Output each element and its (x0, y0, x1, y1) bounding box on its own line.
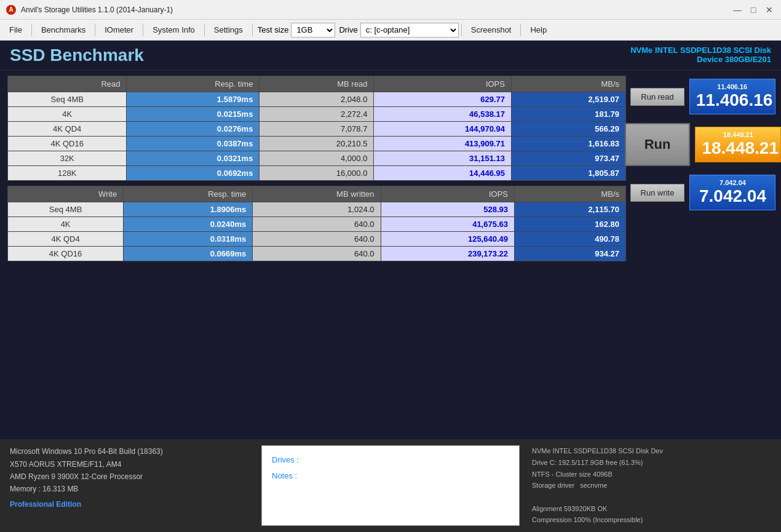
run-read-button[interactable]: Run read (630, 88, 684, 106)
test-size-group: Test size 1GB 512MB 2GB 4GB (258, 23, 336, 38)
total-score-box: 18.448.21 18.448.21 (695, 127, 781, 162)
resp-time: 0.0669ms (124, 247, 253, 261)
drives-label: Drives : (272, 452, 509, 468)
drive-select[interactable]: c: [c-optane] (360, 23, 459, 38)
drive-detail-5 (532, 491, 771, 503)
col-mb-written: MB written (253, 186, 381, 202)
drive-info: NVMe INTEL SSDPEL1D38 SCSI DiskDevice 38… (630, 46, 771, 64)
sys-info-line-1: Microsoft Windows 10 Pro 64-Bit Build (1… (10, 445, 249, 458)
col-resp-time: Resp. time (127, 76, 260, 92)
maximize-button[interactable]: □ (748, 4, 759, 15)
menu-separator (461, 24, 462, 36)
mb-val: 4,000.0 (260, 151, 374, 166)
app-title: Anvil's Storage Utilities 1.1.0 (2014-Ja… (21, 6, 732, 14)
drive-detail-7: Compression 100% (Incompressible) (532, 514, 771, 526)
resp-time: 0.0692ms (127, 166, 260, 181)
row-label: Seq 4MB (8, 92, 127, 107)
resp-time: 0.0318ms (124, 232, 253, 247)
row-label: 32K (8, 151, 127, 166)
menu-benchmarks[interactable]: Benchmarks (34, 22, 92, 38)
write-table: Write Resp. time MB written IOPS MB/s Se… (7, 186, 626, 261)
read-score-value: 11.406.16 (696, 90, 769, 110)
mb-val: 640.0 (253, 232, 381, 247)
iops-val: 144,970.94 (374, 122, 512, 137)
col-write: Write (8, 186, 124, 202)
col-mb-read: MB read (260, 76, 374, 92)
mbs-val: 973.47 (511, 151, 625, 166)
drive-label: Drive (339, 25, 357, 34)
minimize-button[interactable]: — (732, 4, 743, 15)
write-score-value: 7.042.04 (696, 186, 769, 206)
row-label: 4K (8, 217, 124, 232)
iops-val: 31,151.13 (374, 151, 512, 166)
menu-help[interactable]: Help (523, 22, 553, 38)
read-table-row: 32K 0.0321ms 4,000.0 31,151.13 973.47 (8, 151, 626, 166)
read-table-row: Seq 4MB 1.5879ms 2,048.0 629.77 2,519.07 (8, 92, 626, 107)
iops-val: 14,446.95 (374, 166, 512, 181)
mbs-val: 2,519.07 (511, 92, 625, 107)
drive-detail-4: Storage driver secnvme (532, 480, 771, 491)
edition-label: Professional Edition (10, 498, 249, 510)
read-table-row: 4K QD4 0.0276ms 7,078.7 144,970.94 566.2… (8, 122, 626, 137)
read-table-row: 128K 0.0692ms 16,000.0 14,446.95 1,805.8… (8, 166, 626, 181)
notes-label: Notes : (272, 468, 509, 484)
iops-val: 629.77 (374, 92, 512, 107)
window-controls: — □ ✕ (732, 4, 775, 15)
right-panel: Run read 11.406.16 11.406.16 Run 18.448.… (632, 76, 774, 434)
close-button[interactable]: ✕ (764, 4, 775, 15)
drive-detail-6: Alignment 593920KB OK (532, 503, 771, 515)
test-size-label: Test size (258, 25, 289, 34)
col-read: Read (8, 76, 127, 92)
menu-system-info[interactable]: System Info (146, 22, 202, 38)
footer-drive-details: NVMe INTEL SSDPEL1D38 SCSI Disk Dev Driv… (532, 445, 771, 526)
footer-sys-info: Microsoft Windows 10 Pro 64-Bit Build (1… (10, 445, 249, 526)
run-button[interactable]: Run (625, 123, 691, 166)
read-table-row: 4K QD16 0.0387ms 20,210.5 413,909.71 1,6… (8, 137, 626, 151)
mb-val: 640.0 (253, 247, 381, 261)
write-table-row: 4K QD4 0.0318ms 640.0 125,640.49 490.78 (8, 232, 626, 247)
resp-time: 1.5879ms (127, 92, 260, 107)
row-label: 4K (8, 107, 127, 122)
run-read-group: Run read 11.406.16 11.406.16 (632, 79, 774, 114)
resp-time: 1.8906ms (124, 202, 253, 217)
run-write-button[interactable]: Run write (630, 184, 685, 202)
mb-val: 20,210.5 (260, 137, 374, 151)
bench-title: SSD Benchmark (10, 46, 144, 65)
menu-settings[interactable]: Settings (207, 22, 250, 38)
iops-val: 413,909.71 (374, 137, 512, 151)
drive-detail-2: Drive C: 192.5/117.9GB free (61.3%) (532, 457, 771, 469)
mb-val: 7,078.7 (260, 122, 374, 137)
row-label: 4K QD16 (8, 137, 127, 151)
drive-group: Drive c: [c-optane] (339, 23, 458, 38)
footer-notes: Drives : Notes : (261, 445, 520, 526)
menu-separator (252, 24, 253, 36)
mbs-val: 566.29 (511, 122, 625, 137)
iops-val: 125,640.49 (381, 232, 515, 247)
test-size-select[interactable]: 1GB 512MB 2GB 4GB (291, 23, 335, 38)
menu-file[interactable]: File (2, 22, 29, 38)
col-mbs-w: MB/s (515, 186, 626, 202)
menu-bar: File Benchmarks IOmeter System Info Sett… (0, 20, 781, 41)
total-score-label: 18.448.21 (702, 131, 774, 138)
mb-val: 2,272.4 (260, 107, 374, 122)
write-table-row: 4K 0.0240ms 640.0 41,675.63 162.80 (8, 217, 626, 232)
mbs-val: 1,805.87 (511, 166, 625, 181)
resp-time: 0.0240ms (124, 217, 253, 232)
col-iops-w: IOPS (381, 186, 515, 202)
iops-val: 41,675.63 (381, 217, 515, 232)
mb-val: 1,024.0 (253, 202, 381, 217)
sys-info-line-2: X570 AORUS XTREME/F11, AM4 (10, 458, 249, 470)
resp-time: 0.0215ms (127, 107, 260, 122)
iops-val: 239,173.22 (381, 247, 515, 261)
col-mbs: MB/s (511, 76, 625, 92)
mbs-val: 2,115.70 (515, 202, 626, 217)
run-write-group: Run write 7.042.04 7.042.04 (632, 175, 774, 210)
sys-info-line-4: Memory : 16.313 MB (10, 483, 249, 495)
write-table-row: 4K QD16 0.0669ms 640.0 239,173.22 934.27 (8, 247, 626, 261)
menu-iometer[interactable]: IOmeter (98, 22, 140, 38)
app-icon: A (6, 5, 16, 15)
menu-screenshot[interactable]: Screenshot (464, 22, 518, 38)
read-score-box: 11.406.16 11.406.16 (689, 79, 775, 114)
mbs-val: 162.80 (515, 217, 626, 232)
resp-time: 0.0276ms (127, 122, 260, 137)
